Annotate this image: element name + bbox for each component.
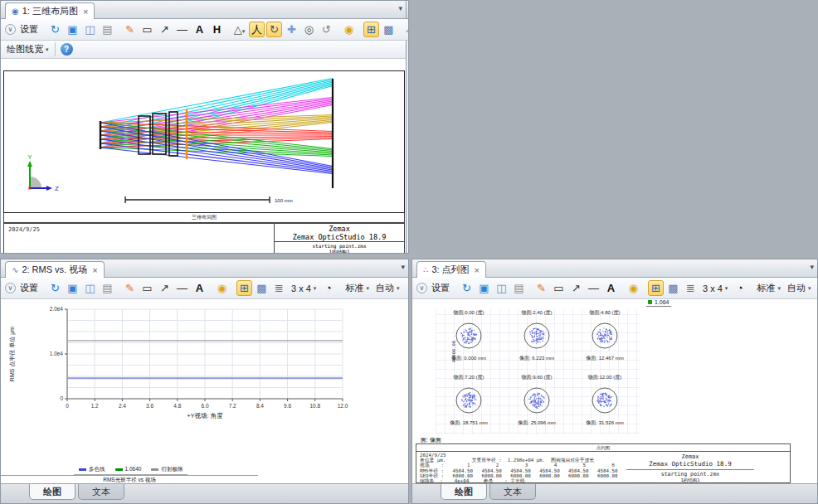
spot-image-label: 像面: 25.096 mm (504, 419, 570, 427)
pencil-icon[interactable]: ✎ (533, 280, 549, 296)
lamp-icon[interactable]: ◉ (626, 280, 641, 296)
pencil-icon[interactable]: ✎ (122, 280, 138, 296)
dropdown-arrow-icon: ▾ (46, 46, 49, 53)
line-icon[interactable]: — (586, 280, 601, 296)
panel-menu-icon[interactable]: ▾ (398, 4, 402, 12)
close-icon[interactable]: × (92, 265, 97, 275)
arrow-icon[interactable]: ↗ (157, 22, 173, 37)
standard-dropdown[interactable]: 标准▾ (753, 281, 784, 295)
text-icon[interactable]: A (192, 22, 207, 37)
spot-image-label: 像面: 18.751 mm (436, 419, 502, 427)
save-icon[interactable]: ◫ (494, 280, 509, 296)
copy-icon[interactable]: ▣ (65, 280, 80, 296)
lamp-icon[interactable]: ◉ (214, 280, 230, 296)
line-icon[interactable]: — (174, 22, 190, 37)
close-icon[interactable]: × (83, 7, 88, 17)
zoom-icon[interactable]: ◎ (301, 22, 317, 37)
legend-entry: 1.0640 (115, 466, 142, 473)
copy-icon[interactable]: ▣ (65, 22, 80, 37)
fit-window-icon[interactable]: ⊞ (648, 280, 664, 296)
rms-legend: 多色线1.0640衍射极限 (74, 466, 187, 475)
spot-footer-body: 2024/9/25单位是 μm. 艾里斑半径 : 1.298e+04 μm. 图… (416, 452, 790, 482)
pencil-icon[interactable]: ✎ (122, 22, 138, 37)
spot-plot (587, 317, 623, 354)
fit-window-icon[interactable]: ⊞ (363, 22, 379, 37)
mirror-icon[interactable]: H (209, 22, 225, 37)
close-icon[interactable]: × (475, 265, 480, 275)
rectangle-icon[interactable]: ▭ (551, 280, 567, 296)
lamp-icon[interactable]: ◉ (341, 22, 357, 37)
print-icon[interactable]: ▤ (100, 280, 115, 296)
arrow-icon[interactable]: ↗ (157, 280, 173, 296)
tab-label: 1: 三维布局图 (22, 5, 78, 17)
settings-button[interactable]: ∨设置 (5, 282, 40, 294)
view-tab-inactive[interactable]: 文本 (78, 484, 124, 500)
layout-3d-canvas[interactable]: 100 mmYZ (3, 70, 405, 213)
rms-vs-field-panel: ∿2: RMS vs. 视场×▾ ∨设置↻▣◫▤✎▭↗—A◉⊞▩≣3 x 4▾◔… (0, 259, 409, 504)
line-icon[interactable]: — (174, 280, 190, 296)
settings-button[interactable]: ∨设置 (416, 282, 451, 294)
rotate-view-icon[interactable]: ↻ (266, 22, 282, 37)
spot-field-label: 物面:0.00 (度) (436, 309, 502, 317)
auto-dropdown[interactable]: 自动▾ (784, 281, 815, 295)
view-tab-active[interactable]: 绘图 (29, 484, 75, 500)
copy-window-icon[interactable]: ▩ (254, 280, 270, 296)
line-width-dropdown[interactable]: 绘图线宽▾ (3, 42, 52, 56)
panel-menu-icon[interactable]: ▾ (810, 263, 814, 271)
move-view-icon[interactable]: ✚ (284, 22, 299, 37)
svg-text:Z: Z (55, 185, 59, 192)
svg-text:10.8: 10.8 (309, 403, 320, 409)
copy-window-icon[interactable]: ▩ (665, 280, 681, 296)
rectangle-icon[interactable]: ▭ (139, 22, 155, 37)
save-icon[interactable]: ◫ (82, 22, 98, 37)
text-icon[interactable]: A (603, 280, 619, 296)
clock-icon[interactable]: ◔ (732, 280, 747, 296)
view-tab-inactive[interactable]: 文本 (489, 484, 536, 500)
spot-plot (519, 382, 555, 419)
help-icon[interactable]: ? (61, 43, 73, 56)
clock-icon[interactable]: ◔ (320, 280, 336, 296)
file-name: starting point.zmx (275, 243, 404, 249)
auto-dropdown[interactable]: 自动▾ (372, 281, 403, 295)
standard-dropdown[interactable]: 标准▾ (342, 281, 372, 295)
product-name: Zemax OpticStudio 18.9 (620, 460, 761, 468)
grid-size-dropdown[interactable]: 3 x 4▾ (288, 283, 319, 294)
chevron-down-icon: ∨ (416, 283, 427, 293)
copy-icon[interactable]: ▣ (476, 280, 492, 296)
layers-icon[interactable]: ≣ (683, 280, 699, 296)
clock-icon[interactable]: ◔ (398, 22, 407, 37)
svg-text:1.0e4: 1.0e4 (50, 351, 64, 356)
print-icon[interactable]: ▤ (511, 280, 527, 296)
refresh-icon[interactable]: ↻ (47, 22, 63, 37)
settings-button[interactable]: ∨设置 (5, 23, 40, 36)
svg-text:100 mm: 100 mm (275, 198, 293, 203)
refresh-icon[interactable]: ↻ (459, 280, 475, 296)
tab-label: 3: 点列图 (431, 264, 469, 276)
text-icon[interactable]: A (192, 280, 207, 296)
arrow-icon[interactable]: ↗ (568, 280, 584, 296)
print-icon[interactable]: ▤ (100, 22, 115, 37)
fit-window-icon[interactable]: ⊞ (236, 280, 252, 296)
view-tab-active[interactable]: 绘图 (441, 484, 487, 500)
legend-swatch (151, 468, 158, 471)
svg-text:8.4: 8.4 (256, 403, 264, 409)
panel-menu-icon[interactable]: ▾ (401, 263, 405, 271)
tab-spot-diagram[interactable]: ∴3: 点列图× (416, 261, 486, 278)
tab-rms-vs-field[interactable]: ∿2: RMS vs. 视场× (5, 261, 105, 278)
rms-view-tab-bar: 绘图文本 (1, 483, 408, 503)
grid-size-dropdown[interactable]: 3 x 4▾ (699, 283, 731, 294)
save-icon[interactable]: ◫ (82, 280, 98, 296)
spot-title-block: Zemax Zemax OpticStudio 18.9 starting po… (620, 453, 761, 483)
spot-diagram-icon: ∴ (423, 265, 428, 274)
spot-image-label: 像面: 6.223 mm (504, 355, 570, 362)
tab-3d-layout[interactable]: ◉1: 三维布局图× (5, 2, 95, 19)
orientation-icon[interactable]: △▾ (231, 22, 247, 37)
reset-view-icon[interactable]: ↺ (319, 22, 334, 37)
refresh-icon[interactable]: ↻ (47, 280, 63, 296)
wavelength-legend: 1.064 (646, 299, 671, 307)
rectangle-icon[interactable]: ▭ (139, 280, 155, 296)
layers-icon[interactable]: ≣ (271, 280, 287, 296)
pan-rotate-icon[interactable]: 人 (249, 22, 265, 37)
copy-window-icon[interactable]: ▩ (381, 22, 397, 37)
legend-label: 1.0640 (125, 466, 142, 472)
